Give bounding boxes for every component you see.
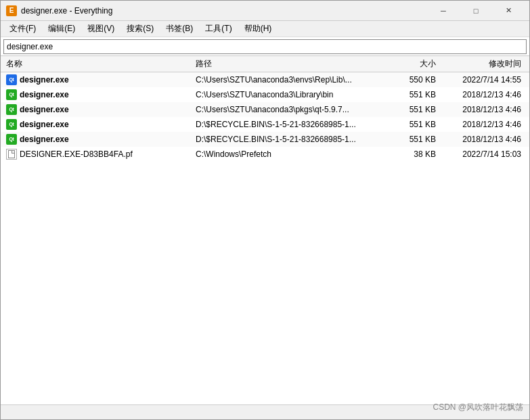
menu-edit[interactable]: 编辑(E) — [42, 21, 81, 37]
col-header-name[interactable]: 名称 — [3, 58, 193, 70]
menu-bookmarks[interactable]: 书签(B) — [160, 21, 199, 37]
title-bar: E designer.exe - Everything ─ □ ✕ — [1, 1, 529, 21]
menu-bar: 文件(F) 编辑(E) 视图(V) 搜索(S) 书签(B) 工具(T) 帮助(H… — [1, 21, 529, 37]
file-size-cell: 551 KB — [384, 105, 439, 114]
exe-green-icon: Qt — [6, 134, 17, 145]
file-date-cell: 2022/7/14 15:03 — [439, 149, 527, 159]
search-bar — [1, 37, 529, 56]
watermark: CSDN @风吹落叶花飘荡 — [433, 402, 523, 413]
minimize-button[interactable]: ─ — [428, 1, 459, 21]
file-name-cell: Qt designer.exe — [3, 134, 193, 145]
close-button[interactable]: ✕ — [493, 1, 524, 21]
table-row[interactable]: DESIGNER.EXE-D83BB4FA.pf C:\Windows\Pref… — [1, 147, 529, 162]
file-name-cell: Qt designer.exe — [3, 74, 193, 85]
file-path-cell: C:\Users\SZTU\anaconda3\envs\Rep\Lib\... — [193, 75, 384, 85]
file-size-cell: 551 KB — [384, 135, 439, 144]
column-headers: 名称 路径 大小 修改时间 — [1, 56, 529, 72]
file-date-cell: 2018/12/13 4:46 — [439, 90, 527, 99]
file-path-cell: C:\Users\SZTU\anaconda3\pkgs\qt-5.9.7... — [193, 105, 384, 114]
col-header-size[interactable]: 大小 — [384, 58, 439, 70]
pf-icon — [6, 149, 17, 160]
file-name: designer.exe — [20, 90, 69, 99]
file-name: DESIGNER.EXE-D83BB4FA.pf — [20, 149, 133, 159]
file-name-cell: Qt designer.exe — [3, 119, 193, 130]
exe-green-icon: Qt — [6, 119, 17, 130]
file-name-cell: Qt designer.exe — [3, 104, 193, 115]
file-path-cell: C:\Users\SZTU\anaconda3\Library\bin — [193, 90, 384, 99]
app-icon: E — [6, 5, 17, 16]
file-size-cell: 550 KB — [384, 75, 439, 85]
table-row[interactable]: Qt designer.exe C:\Users\SZTU\anaconda3\… — [1, 102, 529, 117]
file-size-cell: 551 KB — [384, 120, 439, 129]
file-name: designer.exe — [20, 75, 69, 85]
file-name-cell: DESIGNER.EXE-D83BB4FA.pf — [3, 149, 193, 160]
file-path-cell: D:\$RECYCLE.BIN\S-1-5-21-832668985-1... — [193, 135, 384, 144]
table-row[interactable]: Qt designer.exe C:\Users\SZTU\anaconda3\… — [1, 87, 529, 102]
file-name: designer.exe — [20, 105, 69, 114]
menu-tools[interactable]: 工具(T) — [199, 21, 238, 37]
file-date-cell: 2018/12/13 4:46 — [439, 135, 527, 144]
col-header-path[interactable]: 路径 — [193, 58, 384, 70]
file-date-cell: 2018/12/13 4:46 — [439, 105, 527, 114]
file-size-cell: 38 KB — [384, 149, 439, 159]
menu-search[interactable]: 搜索(S) — [120, 21, 160, 37]
menu-file[interactable]: 文件(F) — [3, 21, 42, 37]
menu-help[interactable]: 帮助(H) — [238, 21, 278, 37]
file-path-cell: C:\Windows\Prefetch — [193, 149, 384, 159]
file-date-cell: 2018/12/13 4:46 — [439, 120, 527, 129]
title-bar-controls: ─ □ ✕ — [428, 1, 524, 21]
exe-green-icon: Qt — [6, 89, 17, 100]
search-input[interactable] — [3, 39, 527, 54]
file-name: designer.exe — [20, 120, 69, 129]
menu-view[interactable]: 视图(V) — [81, 21, 120, 37]
window-title: designer.exe - Everything — [21, 6, 112, 16]
file-size-cell: 551 KB — [384, 90, 439, 99]
file-date-cell: 2022/7/14 14:55 — [439, 75, 527, 85]
exe-green-icon: Qt — [6, 104, 17, 115]
col-header-date[interactable]: 修改时间 — [439, 58, 527, 70]
file-list: Qt designer.exe C:\Users\SZTU\anaconda3\… — [1, 72, 529, 404]
main-window: E designer.exe - Everything ─ □ ✕ 文件(F) … — [0, 0, 530, 420]
table-row[interactable]: Qt designer.exe D:\$RECYCLE.BIN\S-1-5-21… — [1, 117, 529, 132]
file-path-cell: D:\$RECYCLE.BIN\S-1-5-21-832668985-1... — [193, 120, 384, 129]
file-name: designer.exe — [20, 135, 69, 144]
table-row[interactable]: Qt designer.exe D:\$RECYCLE.BIN\S-1-5-21… — [1, 132, 529, 147]
table-row[interactable]: Qt designer.exe C:\Users\SZTU\anaconda3\… — [1, 72, 529, 87]
file-name-cell: Qt designer.exe — [3, 89, 193, 100]
title-bar-left: E designer.exe - Everything — [6, 5, 112, 16]
exe-blue-icon: Qt — [6, 74, 17, 85]
maximize-button[interactable]: □ — [460, 1, 491, 21]
